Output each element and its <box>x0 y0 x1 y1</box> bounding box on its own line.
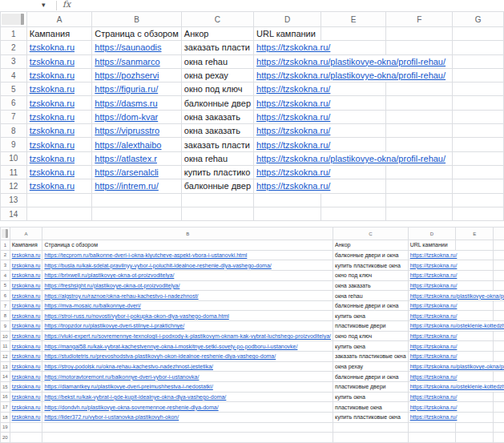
row-header[interactable]: 16 <box>1 392 10 402</box>
cell-A14[interactable] <box>26 207 92 220</box>
cell-D3[interactable]: https://tzskokna.ru/plastikovye-okna/pro… <box>254 54 453 68</box>
row-header[interactable]: 4 <box>1 270 10 280</box>
cell-link[interactable]: https://sanmarco <box>95 57 159 66</box>
column-header-E[interactable]: E <box>321 12 386 27</box>
cell-B12[interactable]: https://intrem.ru/ <box>92 179 181 193</box>
empty-cell[interactable] <box>386 207 453 220</box>
row-header[interactable]: 11 <box>1 341 10 352</box>
cell-A6[interactable]: tzskokna.ru <box>26 96 92 110</box>
cell-D17[interactable]: https://tzskokna.ru/ <box>408 402 493 413</box>
cell-link[interactable]: tzskokna.ru <box>30 57 75 66</box>
cell-D13[interactable] <box>254 193 321 207</box>
cell-D3[interactable]: https://tzskokna.ru/ <box>408 260 493 271</box>
cell-link[interactable]: https://bekst.ru/kak-vybrat-i-gde-kupit-… <box>44 394 226 400</box>
column-header-E[interactable]: E <box>456 228 494 240</box>
cell-B16[interactable]: https://bekst.ru/kak-vybrat-i-gde-kupit-… <box>42 392 333 402</box>
cell-link[interactable]: https://diamantkey.ru/plastikovye-dveri-… <box>44 384 212 389</box>
empty-cell[interactable] <box>494 402 504 413</box>
cell-link[interactable]: https://tzskokna.ru/plastikovye-okna/pro… <box>256 154 446 163</box>
cell-link[interactable]: tzskokna.ru <box>30 112 75 122</box>
cell-B12[interactable]: https://studiotetris.ru/prevoshodstva-pl… <box>42 352 333 362</box>
cell-D11[interactable]: https://tzskokna.ru/ <box>408 341 493 352</box>
cell-link[interactable]: https://tzskokna.ru/ <box>256 42 330 52</box>
cell-A8[interactable]: tzskokna.ru <box>26 124 92 138</box>
cell-link[interactable]: tzskokna.ru <box>12 272 41 278</box>
cell-A20[interactable] <box>10 433 42 443</box>
cell-link[interactable]: https://tzskokna.ru/ <box>256 84 330 94</box>
cell-link[interactable]: https://algstroy.ru/raznoe/okna-rehau-ka… <box>44 293 198 299</box>
cell-D9[interactable]: https://tzskokna.ru/osteklenie-kottedzhe… <box>408 321 504 332</box>
row-header[interactable]: 10 <box>1 151 27 165</box>
column-header-blank[interactable] <box>494 228 504 240</box>
cell-A4[interactable]: tzskokna.ru <box>10 270 42 280</box>
cell-link[interactable]: https://tzskokna.ru/ <box>256 140 330 150</box>
cell-link[interactable]: tzskokna.ru <box>12 313 41 319</box>
cell-A7[interactable]: tzskokna.ru <box>10 300 42 311</box>
cell-B17[interactable]: https://dondvh.ru/plastikovye-okna-sovre… <box>42 402 333 413</box>
cell-D14[interactable]: https://tzskokna.ru/ <box>408 372 493 382</box>
empty-cell[interactable] <box>386 41 453 54</box>
empty-cell[interactable] <box>494 412 504 422</box>
cell-D8[interactable]: https://tzskokna.ru/ <box>254 124 386 138</box>
select-all-corner[interactable] <box>1 228 10 240</box>
empty-cell[interactable] <box>453 68 504 82</box>
empty-cell[interactable] <box>386 27 453 41</box>
cell-A7[interactable]: tzskokna.ru <box>26 110 92 123</box>
empty-cell[interactable] <box>386 96 453 110</box>
cell-link[interactable]: https://stroy-podolsk.ru/okna-rehau-kach… <box>44 364 213 369</box>
empty-cell[interactable] <box>386 110 453 123</box>
cell-link[interactable]: tzskokna.ru <box>30 167 75 177</box>
cell-link[interactable]: https://tzskokna.ru/plastikovye-okna/pro… <box>256 70 446 80</box>
cell-A4[interactable]: tzskokna.ru <box>26 68 92 82</box>
row-header[interactable]: 8 <box>1 311 10 321</box>
cell-A19[interactable] <box>10 422 42 433</box>
cell-A10[interactable]: tzskokna.ru <box>26 151 92 165</box>
cell-D2[interactable]: https://tzskokna.ru/ <box>254 41 386 54</box>
cell-B11[interactable]: https://arsenalcli <box>92 165 181 179</box>
row-header[interactable]: 9 <box>1 321 10 332</box>
cell-B5[interactable]: https://freshsight.ru/plastikovye-okna-o… <box>42 280 333 291</box>
empty-cell[interactable] <box>453 124 504 138</box>
empty-cell[interactable] <box>386 124 453 138</box>
cell-B11[interactable]: https://mangal58.ru/kak-vybrat-kachestve… <box>42 341 333 352</box>
cell-C14[interactable] <box>181 207 253 220</box>
cell-B9[interactable]: https://tropzdor.ru/plastikovye-dveri-st… <box>42 321 333 332</box>
cell-link[interactable]: https://pozhservi <box>95 70 159 80</box>
cell-link[interactable]: https://tzskokna.ru/ <box>256 181 330 191</box>
empty-cell[interactable] <box>453 138 504 151</box>
row-header[interactable]: 2 <box>1 41 27 54</box>
cell-link[interactable]: tzskokna.ru <box>12 303 41 308</box>
cell-link[interactable]: tzskokna.ru <box>12 344 41 349</box>
empty-cell[interactable] <box>321 193 386 207</box>
row-header[interactable]: 2 <box>1 250 10 260</box>
cell-link[interactable]: https://figuria.ru/ <box>95 84 158 94</box>
empty-cell[interactable] <box>386 138 453 151</box>
empty-cell[interactable] <box>494 422 504 433</box>
cell-link[interactable]: tzskokna.ru <box>30 181 75 191</box>
cell-link[interactable]: https://brixwell.ru/plastikovye-okna-ot-… <box>44 272 174 278</box>
cell-B10[interactable]: https://atlastex.r <box>92 151 181 165</box>
cell-link[interactable]: https://tzskokna.ru/ <box>410 344 458 349</box>
empty-cell[interactable] <box>386 179 453 193</box>
cell-B9[interactable]: https://alexthaibo <box>92 138 181 151</box>
row-header[interactable]: 6 <box>1 291 10 301</box>
cell-link[interactable]: https://saunaodis <box>95 42 161 52</box>
cell-link[interactable]: tzskokna.ru <box>12 374 41 380</box>
name-box-caret-icon[interactable]: ▾ <box>42 0 46 10</box>
cell-A5[interactable]: tzskokna.ru <box>26 83 92 96</box>
row-header[interactable]: 6 <box>1 96 27 110</box>
cell-link[interactable]: https://vluki-expert.ru/sovremennye-texn… <box>44 333 331 339</box>
cell-link[interactable]: tzskokna.ru <box>12 323 41 328</box>
empty-cell[interactable] <box>453 96 504 110</box>
row-header[interactable]: 20 <box>1 433 10 443</box>
cell-D6[interactable]: https://tzskokna.ru/plastikovye-okna/pro… <box>408 291 504 301</box>
column-header-A[interactable]: A <box>10 228 42 240</box>
cell-D13[interactable]: https://tzskokna.ru/plastikovye-okna/pro… <box>408 361 504 372</box>
row-header[interactable]: 14 <box>1 207 27 220</box>
cell-A3[interactable]: tzskokna.ru <box>10 260 42 271</box>
cell-A13[interactable] <box>26 193 92 207</box>
cell-B10[interactable]: https://vluki-expert.ru/sovremennye-texn… <box>42 331 333 341</box>
empty-cell[interactable] <box>386 193 453 207</box>
row-header[interactable]: 4 <box>1 68 27 82</box>
row-header[interactable]: 14 <box>1 372 10 382</box>
